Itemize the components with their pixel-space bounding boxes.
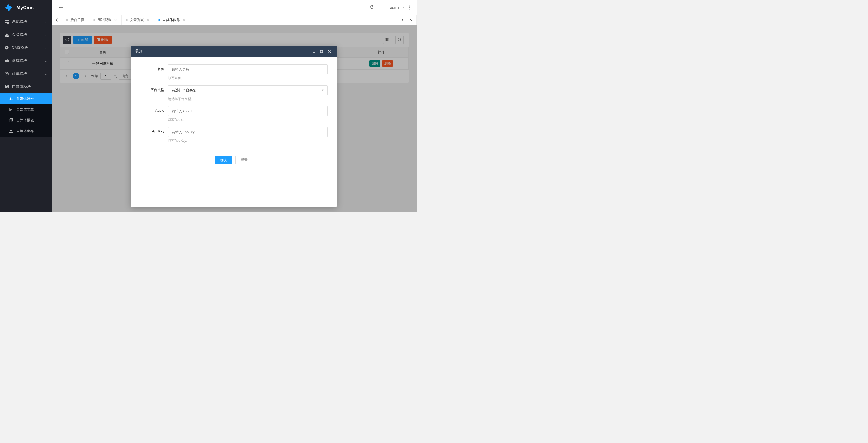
modal-title-text: 添加 — [134, 49, 142, 54]
modal-footer: 确认 重置 — [140, 156, 328, 171]
svg-rect-9 — [6, 59, 8, 60]
sidebar-item-media-article[interactable]: 自媒体文章 — [0, 104, 52, 115]
modal-body: 名称 填写名称。 平台类型 请选择平台类型 ▼ 请选择平台类型。 AppId 填… — [131, 57, 337, 207]
more-menu[interactable] — [407, 5, 412, 10]
tab-indicator-icon — [66, 19, 68, 21]
tab-label: 后台首页 — [70, 18, 84, 23]
sidebar-item-shop[interactable]: 商城模块 ⌄ — [0, 54, 52, 67]
tab-bar: 后台首页 网站配置 ✕ 文章列表 ✕ 自媒体账号 ✕ — [52, 15, 416, 25]
field-platform: 平台类型 请选择平台类型 ▼ 请选择平台类型。 — [140, 86, 328, 105]
svg-point-7 — [6, 47, 7, 48]
chevron-down-icon: ⌄ — [44, 33, 47, 37]
input-appid[interactable] — [168, 106, 328, 116]
upload-icon — [9, 130, 13, 133]
briefcase-icon — [5, 59, 9, 63]
modal-confirm-button[interactable]: 确认 — [215, 156, 232, 165]
field-name: 名称 填写名称。 — [140, 65, 328, 84]
svg-point-4 — [6, 33, 7, 35]
add-modal: 添加 名称 填写名称。 平台类型 请选择平台类型 ▼ — [131, 45, 337, 207]
sidebar-item-order[interactable]: 订单模块 ⌄ — [0, 67, 52, 80]
username-label: admin — [390, 5, 400, 10]
svg-point-16 — [409, 5, 410, 6]
select-placeholder: 请选择平台类型 — [172, 88, 196, 93]
copy-icon — [9, 118, 13, 122]
sidebar-toggle[interactable] — [56, 3, 66, 12]
modal-reset-button[interactable]: 重置 — [236, 156, 253, 165]
close-icon[interactable]: ✕ — [114, 18, 117, 22]
svg-point-10 — [10, 98, 11, 99]
close-icon[interactable]: ✕ — [183, 18, 186, 22]
svg-rect-2 — [5, 22, 6, 23]
cube-icon — [5, 72, 9, 76]
chevron-up-icon: ⌃ — [44, 85, 47, 89]
input-name[interactable] — [168, 65, 328, 74]
chevron-down-icon: ⌄ — [44, 46, 47, 49]
tab-home[interactable]: 后台首页 — [62, 15, 89, 25]
brand-logo[interactable]: MyCms — [0, 0, 52, 15]
tab-site-config[interactable]: 网站配置 ✕ — [89, 15, 122, 25]
svg-rect-14 — [9, 120, 12, 122]
tab-label: 文章列表 — [130, 18, 144, 23]
svg-rect-12 — [12, 100, 13, 100]
svg-point-5 — [7, 34, 8, 35]
close-icon[interactable]: ✕ — [147, 18, 150, 22]
label-platform: 平台类型 — [140, 86, 168, 92]
tab-scroll-left[interactable] — [52, 15, 62, 25]
sidebar-item-system[interactable]: 系统模块 ⌄ — [0, 15, 52, 28]
disc-icon — [5, 46, 9, 49]
chevron-down-icon: ⌄ — [44, 72, 47, 76]
label-appkey: AppKey — [140, 127, 168, 133]
tab-indicator-icon — [93, 19, 95, 21]
topbar: admin ▼ — [52, 0, 416, 15]
doc-icon — [9, 108, 13, 111]
svg-point-18 — [409, 9, 410, 9]
svg-rect-8 — [5, 60, 9, 62]
sidebar-item-media-publish[interactable]: 自媒体发布 — [0, 126, 52, 137]
label-appid: AppId — [140, 106, 168, 112]
tab-indicator-icon — [126, 19, 128, 21]
tab-menu-dropdown[interactable] — [407, 15, 416, 25]
brand-name: MyCms — [16, 5, 34, 10]
tab-label: 自媒体账号 — [162, 18, 180, 23]
users-icon — [5, 33, 9, 37]
sidebar-item-media-account[interactable]: 自媒体账号 — [0, 93, 52, 104]
input-appkey[interactable] — [168, 127, 328, 137]
caret-down-icon: ▼ — [321, 89, 324, 92]
chevron-down-icon: ⌄ — [44, 20, 47, 24]
tab-media-account[interactable]: 自媒体账号 ✕ — [154, 15, 190, 25]
hint-platform: 请选择平台类型。 — [168, 97, 328, 101]
tab-scroll-right[interactable] — [397, 15, 407, 25]
sidebar: MyCms 系统模块 ⌄ 会员模块 ⌄ CMS模块 ⌄ 商城模块 ⌄ 订单模块 … — [0, 0, 52, 212]
svg-rect-3 — [7, 22, 9, 24]
modal-titlebar[interactable]: 添加 — [131, 45, 337, 57]
select-platform[interactable]: 请选择平台类型 ▼ — [168, 86, 328, 95]
tab-article-list[interactable]: 文章列表 ✕ — [122, 15, 154, 25]
medium-icon — [5, 85, 9, 88]
modal-minimize-button[interactable] — [310, 47, 318, 55]
label-name: 名称 — [140, 65, 168, 71]
user-card-icon — [9, 97, 13, 100]
modal-close-button[interactable] — [326, 47, 333, 55]
svg-point-17 — [409, 7, 410, 8]
sidebar-item-member[interactable]: 会员模块 ⌄ — [0, 28, 52, 41]
pinwheel-icon — [5, 4, 12, 11]
fullscreen-button[interactable] — [378, 3, 388, 12]
svg-rect-0 — [5, 20, 6, 22]
sidebar-item-cms[interactable]: CMS模块 ⌄ — [0, 41, 52, 54]
user-menu[interactable]: admin ▼ — [390, 5, 405, 10]
hint-appid: 填写AppId。 — [168, 117, 328, 122]
modal-divider — [140, 150, 328, 150]
chevron-down-icon: ⌄ — [44, 59, 47, 63]
svg-rect-25 — [320, 50, 322, 53]
tab-indicator-icon — [158, 19, 160, 21]
modal-maximize-button[interactable] — [318, 47, 326, 55]
sidebar-submenu-media: 自媒体账号 自媒体文章 自媒体模板 自媒体发布 — [0, 93, 52, 137]
refresh-button[interactable] — [367, 3, 376, 12]
windows-icon — [5, 20, 9, 24]
sidebar-item-media[interactable]: 自媒体模块 ⌃ — [0, 80, 52, 93]
hint-name: 填写名称。 — [168, 76, 328, 80]
svg-rect-15 — [9, 133, 13, 133]
field-appid: AppId 填写AppId。 — [140, 106, 328, 126]
hint-appkey: 填写AppKey。 — [168, 138, 328, 143]
sidebar-item-media-template[interactable]: 自媒体模板 — [0, 115, 52, 126]
